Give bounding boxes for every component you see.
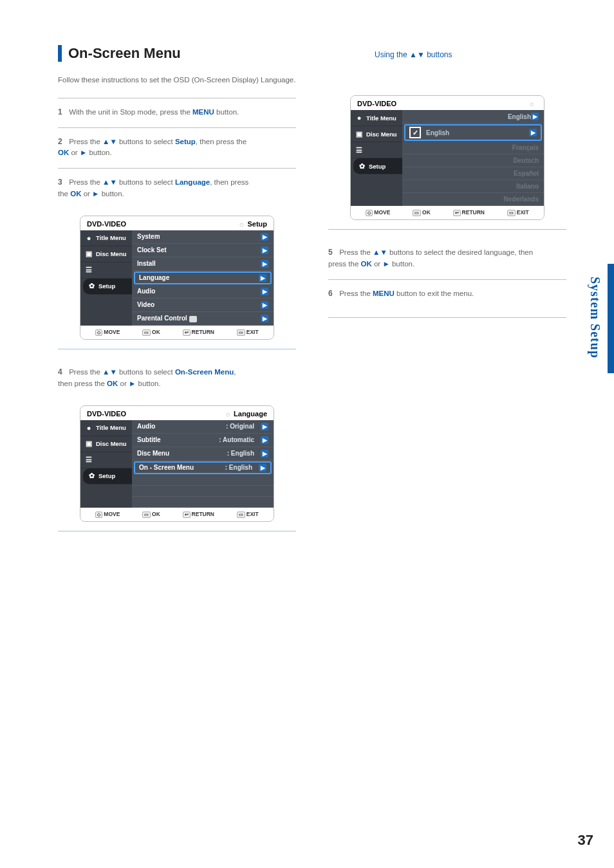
right-arrow-icon: ▶ xyxy=(261,315,268,322)
right-arrow-icon: ▶ xyxy=(531,113,539,120)
disc-icon: ▣ xyxy=(355,129,364,138)
down-arrow-icon: ▼ xyxy=(109,178,116,186)
check-icon: ✓ xyxy=(409,127,421,138)
gear-icon: ✿ xyxy=(87,282,96,291)
step-number: 4 xyxy=(58,366,67,378)
separator xyxy=(58,531,296,531)
list-icon: ☰ xyxy=(84,456,93,465)
separator xyxy=(328,317,566,318)
up-arrow-icon: ▲ xyxy=(373,248,380,256)
gear-icon: ☼ xyxy=(225,410,231,418)
step-number: 5 xyxy=(328,246,337,259)
side-tab-bar xyxy=(608,264,614,373)
osd-language-screenshot: DVD-VIDEO ☼Language ●Title Menu ▣Disc Me… xyxy=(80,405,274,522)
side-tab-label: System Setup xyxy=(588,277,602,358)
step-number: 2 xyxy=(58,136,67,148)
header-arrows: Using the ▲▼ buttons xyxy=(375,50,452,59)
dot-icon: ● xyxy=(84,423,93,432)
osd-sidebar: ●Title Menu ▣Disc Menu ☰ ✿Setup xyxy=(351,110,402,206)
osd-main: English▶ ✓ English ▶ Français Deutsch Es… xyxy=(402,110,544,206)
list-icon: ☰ xyxy=(84,266,93,275)
left-column: Follow these instructions to set the OSD… xyxy=(58,69,296,540)
intro-text: Follow these instructions to set the OSD… xyxy=(58,75,296,86)
dot-icon: ● xyxy=(84,234,93,243)
right-column: DVD-VIDEO ☼ ●Title Menu ▣Disc Menu ☰ ✿Se… xyxy=(328,69,566,540)
step-2: 2 Press the ▲▼ buttons to select Setup, … xyxy=(58,127,296,169)
right-arrow-icon: ▶ xyxy=(261,288,268,295)
disc-icon: ▣ xyxy=(84,439,93,448)
up-arrow-icon: ▲ xyxy=(102,178,109,186)
right-arrow-icon: ▶ xyxy=(261,260,268,268)
osd-title: DVD-VIDEO xyxy=(87,410,126,418)
step-6: 6 Press the MENU button to exit the menu… xyxy=(328,279,566,309)
right-arrow-icon: ▶ xyxy=(529,129,537,136)
right-arrow-icon: ► xyxy=(382,260,389,268)
down-arrow-icon: ▼ xyxy=(417,50,425,59)
right-arrow-icon: ▶ xyxy=(259,274,266,282)
up-arrow-icon: ▲ xyxy=(102,138,109,145)
osd-sidebar: ●Title Menu ▣Disc Menu ☰ ✿Setup xyxy=(80,230,132,326)
dot-icon: ● xyxy=(355,113,364,122)
gear-icon: ☼ xyxy=(528,100,535,107)
osd-main: System▶ Clock Set▶ Install▶ Language▶ Au… xyxy=(132,230,274,326)
osd-title: DVD-VIDEO xyxy=(87,220,126,228)
down-arrow-icon: ▼ xyxy=(109,138,116,145)
down-arrow-icon: ▼ xyxy=(109,368,116,376)
step-4: 4 Press the ▲▼ buttons to select On-Scre… xyxy=(58,358,296,399)
osd-footer: ◇MOVE ▭OK ↩RETURN ▭EXIT xyxy=(80,508,274,521)
osd-main: Audio: Original▶ Subtitle: Automatic▶ Di… xyxy=(132,420,274,508)
down-arrow-icon: ▼ xyxy=(380,248,387,256)
right-arrow-icon: ▶ xyxy=(261,246,268,254)
section-title: On-Screen Menu xyxy=(68,45,569,62)
step-number: 6 xyxy=(328,288,337,300)
osd-setup-screenshot: DVD-VIDEO ☼Setup ●Title Menu ▣Disc Menu … xyxy=(80,216,274,340)
osd-sidebar: ●Title Menu ▣Disc Menu ☰ ✿Setup xyxy=(80,420,132,508)
section-header: On-Screen Menu xyxy=(58,45,569,62)
separator xyxy=(58,349,296,349)
disc-icon: ▣ xyxy=(84,250,93,259)
osd-footer: ◇MOVE ▭OK ↩RETURN ▭EXIT xyxy=(80,326,274,339)
right-arrow-icon: ▶ xyxy=(261,233,268,241)
osd-languages-list-screenshot: DVD-VIDEO ☼ ●Title Menu ▣Disc Menu ☰ ✿Se… xyxy=(350,95,544,220)
right-arrow-icon: ► xyxy=(92,190,99,198)
right-arrow-icon: ▶ xyxy=(261,301,268,309)
right-arrow-icon: ► xyxy=(129,380,136,387)
step-number: 1 xyxy=(58,106,67,118)
list-icon: ☰ xyxy=(355,145,364,154)
up-arrow-icon: ▲ xyxy=(102,368,109,376)
step-3: 3 Press the ▲▼ buttons to select Languag… xyxy=(58,168,296,209)
step-1: 1 With the unit in Stop mode, press the … xyxy=(58,98,296,127)
lock-icon xyxy=(189,316,197,322)
osd-title: DVD-VIDEO xyxy=(357,100,396,107)
step-number: 3 xyxy=(58,176,67,189)
right-arrow-icon: ▶ xyxy=(259,464,266,472)
gear-icon: ✿ xyxy=(87,472,96,481)
gear-icon: ✿ xyxy=(357,162,366,171)
gear-icon: ☼ xyxy=(238,220,245,228)
up-arrow-icon: ▲ xyxy=(409,50,417,59)
osd-footer: ◇MOVE ▭OK ↩RETURN ▭EXIT xyxy=(351,206,544,219)
separator xyxy=(328,229,566,230)
right-arrow-icon: ▶ xyxy=(261,450,268,457)
right-arrow-icon: ▶ xyxy=(261,436,268,444)
right-arrow-icon: ► xyxy=(80,149,87,156)
step-5: 5 Press the ▲▼ buttons to select the des… xyxy=(328,239,566,279)
right-arrow-icon: ▶ xyxy=(261,423,268,430)
page-number: 37 xyxy=(578,832,593,849)
